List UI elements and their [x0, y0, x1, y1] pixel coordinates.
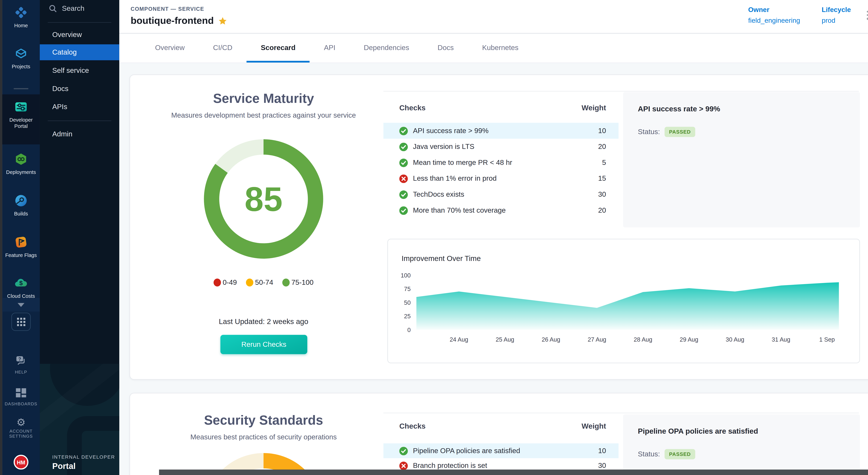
x-tick-label: 27 Aug [580, 336, 614, 343]
rail-item-home[interactable]: Home [2, 6, 40, 29]
search-icon [49, 4, 57, 12]
tab-api[interactable]: API [310, 34, 350, 63]
rail-divider [14, 88, 28, 89]
sidebar-item-self-service[interactable]: Self service [40, 63, 119, 79]
maturity-gauge: 85 [204, 139, 323, 259]
tab-scorecard[interactable]: Scorecard [247, 34, 310, 63]
rail-item-label: Feature Flags [2, 253, 40, 258]
check-row[interactable]: More than 70% test coverage20 [383, 202, 619, 218]
sidebar-item-overview[interactable]: Overview [40, 27, 119, 43]
sidebar-item-apis[interactable]: APIs [40, 99, 119, 115]
deployments-icon [14, 152, 28, 166]
x-tick-label: 31 Aug [764, 336, 798, 343]
chart-title: Improvement Over Time [402, 254, 481, 263]
last-updated-text: Last Updated: 2 weeks ago [130, 317, 397, 326]
area-chart [416, 275, 839, 330]
x-tick-label: 30 Aug [718, 336, 752, 343]
checks-table: Checks Weight API success rate > 99%10 J… [383, 91, 619, 122]
rail-item-builds[interactable]: Builds [2, 194, 40, 217]
sidebar-item-catalog[interactable]: Catalog [40, 44, 119, 60]
rail-item-help[interactable]: ? HELP [2, 355, 40, 375]
y-tick-label: 25 [388, 313, 411, 320]
gear-icon: ⚙ [2, 417, 40, 427]
app-window: Home Projects Developer Portal Deploymen… [0, 0, 868, 475]
rail-item-label: Home [2, 23, 40, 29]
rail-item-cloud-costs[interactable]: $ Cloud Costs [2, 276, 40, 299]
lifecycle-meta: Lifecycle prod [822, 6, 851, 25]
rail-item-deployments[interactable]: Deployments [2, 152, 40, 175]
rail-expander[interactable] [2, 298, 40, 311]
kebab-menu-icon[interactable] [863, 11, 868, 22]
legend-item: 0-49 [214, 278, 237, 287]
rail-item-developer-portal[interactable]: Developer Portal [2, 100, 40, 129]
check-row[interactable]: Mean time to merge PR < 48 hr5 [383, 155, 619, 171]
rail-item-account-settings[interactable]: ⚙ ACCOUNT SETTINGS [2, 417, 40, 439]
module-rail: Home Projects Developer Portal Deploymen… [2, 0, 40, 475]
owner-value[interactable]: field_engineering [748, 17, 800, 25]
brand-name: Portal [52, 461, 75, 470]
rail-item-feature-flags[interactable]: Feature Flags [2, 235, 40, 258]
sidebar-item-admin[interactable]: Admin [40, 126, 119, 142]
tab-docs[interactable]: Docs [424, 34, 468, 63]
check-row[interactable]: Java version is LTS20 [383, 139, 619, 155]
check-pass-icon [399, 206, 408, 214]
module-picker-button[interactable] [11, 313, 31, 331]
y-tick-label: 50 [388, 299, 411, 306]
check-row[interactable]: Less than 1% error in prod15 [383, 171, 619, 186]
rail-item-projects[interactable]: Projects [2, 47, 40, 69]
tab-dependencies[interactable]: Dependencies [350, 34, 424, 63]
legend-item: 50-74 [246, 278, 273, 287]
check-pass-icon [399, 158, 408, 167]
security-standards-card: Security Standards Measures best practic… [129, 393, 868, 475]
chevron-down-icon [18, 303, 24, 307]
user-avatar[interactable]: HM [14, 455, 28, 470]
maturity-score: 85 [245, 179, 282, 218]
x-tick-label: 24 Aug [442, 336, 476, 343]
projects-icon [14, 47, 28, 60]
page-title: boutique-frontend [131, 15, 214, 27]
developer-portal-icon [14, 100, 28, 114]
module-grid-icon [17, 318, 25, 326]
svg-text:$: $ [19, 279, 23, 287]
sidebar-brand-area: INTERNAL DEVELOPER Portal [40, 364, 119, 475]
y-tick-label: 75 [388, 285, 411, 292]
owner-meta: Owner field_engineering [748, 6, 800, 25]
help-icon: ? [15, 355, 27, 366]
check-row[interactable]: API success rate > 99%10 [383, 123, 619, 139]
rail-item-label: Deployments [2, 169, 40, 175]
legend-item: 75-100 [282, 278, 313, 287]
tab-bar: Overview CI/CD Scorecard API Dependencie… [119, 34, 868, 63]
scorecard-content: Service Maturity Measures development be… [119, 64, 868, 475]
tab-overview[interactable]: Overview [141, 34, 199, 63]
check-fail-icon [399, 461, 408, 470]
lifecycle-value[interactable]: prod [822, 17, 851, 25]
rail-item-dashboards[interactable]: DASHBOARDS [2, 388, 40, 406]
lifecycle-label: Lifecycle [822, 6, 851, 14]
sidebar-item-docs[interactable]: Docs [40, 81, 119, 97]
checks-table: Checks Weight Pipeline OPA policies are … [383, 413, 619, 438]
check-pass-icon [399, 126, 408, 135]
check-row[interactable]: Pipeline OPA policies are satisfied10 [383, 443, 619, 458]
tab-kubernetes[interactable]: Kubernetes [468, 34, 533, 63]
brand-kicker: INTERNAL DEVELOPER [52, 454, 115, 460]
main-area: COMPONENT — SERVICE boutique-frontend Ow… [119, 0, 868, 475]
divider [48, 121, 111, 121]
check-pass-icon [399, 446, 408, 455]
checks-column-header: Checks [399, 422, 426, 431]
cloud-costs-icon: $ [14, 276, 28, 290]
divider [48, 22, 111, 23]
owner-label: Owner [748, 6, 800, 14]
detail-title: Pipeline OPA policies are satisfied [638, 427, 758, 435]
rail-item-label: DASHBOARDS [2, 401, 40, 406]
x-tick-label: 29 Aug [672, 336, 706, 343]
horizontal-scrollbar[interactable] [159, 469, 868, 475]
search-input[interactable]: Search [49, 4, 84, 12]
favorite-star-icon[interactable] [218, 17, 227, 26]
rail-item-label: HELP [2, 369, 40, 375]
x-tick-label: 1 Sep [810, 336, 844, 343]
check-row[interactable]: TechDocs exists30 [383, 186, 619, 202]
rerun-checks-button[interactable]: Rerun Checks [220, 335, 307, 354]
weight-column-header: Weight [582, 103, 606, 112]
tab-cicd[interactable]: CI/CD [199, 34, 247, 63]
status-label: Status: [638, 128, 660, 136]
